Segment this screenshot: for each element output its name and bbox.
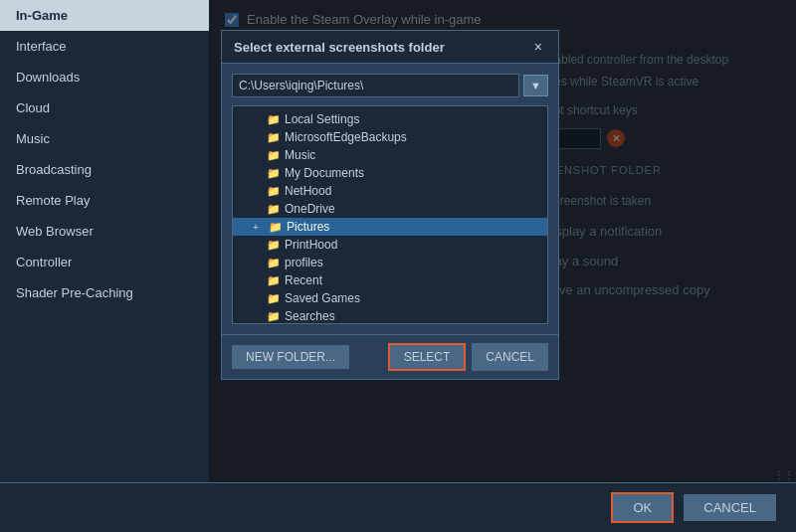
modal-backdrop: Select external screenshots folder × ▼ <box>209 0 796 482</box>
tree-item-onedrive[interactable]: 📁 OneDrive <box>233 200 547 218</box>
sidebar-item-downloads[interactable]: Downloads <box>0 62 209 92</box>
sidebar-item-ingame[interactable]: In-Game <box>0 0 209 31</box>
expand-arrow-icon: + <box>253 222 263 233</box>
folder-icon: 📁 <box>267 257 281 269</box>
folder-icon: 📁 <box>267 167 281 180</box>
sidebar: In-Game Interface Downloads Cloud Music … <box>0 0 209 482</box>
folder-icon: 📁 <box>267 274 281 287</box>
modal-body: ▼ 📁 Local Settings 📁 MicrosoftEdgeBacku <box>222 64 558 334</box>
modal-action-buttons: SELECT CANCEL <box>388 343 548 371</box>
content-area: Enable the Steam Overlay while in-game p… <box>209 0 796 482</box>
new-folder-button[interactable]: NEW FOLDER... <box>232 345 349 369</box>
path-input[interactable] <box>232 74 519 97</box>
resize-handle: ⋮⋮ <box>774 469 794 480</box>
folder-icon: 📁 <box>267 310 281 323</box>
sidebar-item-controller[interactable]: Controller <box>0 247 209 277</box>
ok-button[interactable]: OK <box>611 492 674 523</box>
folder-icon: 📁 <box>267 149 281 162</box>
folder-icon: 📁 <box>267 113 281 126</box>
folder-icon: 📁 <box>267 239 281 252</box>
folder-icon: 📁 <box>267 203 281 216</box>
modal-footer: NEW FOLDER... SELECT CANCEL <box>222 334 558 379</box>
tree-item-searches[interactable]: 📁 Searches <box>233 307 547 324</box>
tree-item-profiles[interactable]: 📁 profiles <box>233 254 547 271</box>
cancel-modal-button[interactable]: CANCEL <box>472 343 548 371</box>
folder-select-modal: Select external screenshots folder × ▼ <box>221 30 559 380</box>
tree-item-printhood[interactable]: 📁 PrintHood <box>233 236 547 254</box>
modal-header: Select external screenshots folder × <box>222 31 558 64</box>
select-button[interactable]: SELECT <box>388 343 467 371</box>
tree-item-savedgames[interactable]: 📁 Saved Games <box>233 289 547 307</box>
folder-tree[interactable]: 📁 Local Settings 📁 MicrosoftEdgeBackups … <box>232 105 548 324</box>
sidebar-item-shadercaching[interactable]: Shader Pre-Caching <box>0 277 209 308</box>
cancel-button[interactable]: CANCEL <box>684 494 776 521</box>
sidebar-item-music[interactable]: Music <box>0 123 209 154</box>
path-row: ▼ <box>232 74 548 97</box>
folder-icon: 📁 <box>269 221 283 234</box>
modal-close-button[interactable]: × <box>530 39 546 55</box>
folder-icon: 📁 <box>267 131 281 144</box>
sidebar-item-interface[interactable]: Interface <box>0 31 209 62</box>
tree-item-localsettings[interactable]: 📁 Local Settings <box>233 110 547 128</box>
sidebar-item-broadcasting[interactable]: Broadcasting <box>0 154 209 185</box>
tree-item-nethood[interactable]: 📁 NetHood <box>233 182 547 200</box>
path-dropdown-button[interactable]: ▼ <box>523 75 548 96</box>
tree-item-msedgebackups[interactable]: 📁 MicrosoftEdgeBackups <box>233 128 547 146</box>
tree-item-mydocuments[interactable]: 📁 My Documents <box>233 164 547 182</box>
bottom-bar: OK CANCEL <box>0 482 796 532</box>
folder-icon: 📁 <box>267 185 281 198</box>
sidebar-item-remoteplay[interactable]: Remote Play <box>0 185 209 216</box>
modal-title: Select external screenshots folder <box>234 40 445 55</box>
folder-icon: 📁 <box>267 292 281 305</box>
tree-item-pictures[interactable]: + 📁 Pictures <box>233 218 547 236</box>
tree-item-music[interactable]: 📁 Music <box>233 146 547 164</box>
sidebar-item-webbrowser[interactable]: Web Browser <box>0 216 209 247</box>
tree-item-recent[interactable]: 📁 Recent <box>233 271 547 289</box>
sidebar-item-cloud[interactable]: Cloud <box>0 92 209 123</box>
main-layout: In-Game Interface Downloads Cloud Music … <box>0 0 796 482</box>
